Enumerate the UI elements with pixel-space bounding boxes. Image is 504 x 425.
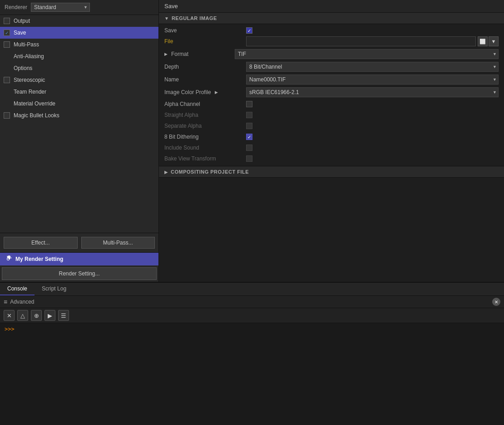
multi-pass-button[interactable]: Multi-Pass... (81, 237, 155, 249)
anti-aliasing-label: Anti-Aliasing (14, 53, 44, 60)
format-expand-arrow[interactable]: ▶ (164, 52, 168, 56)
console-toolbar: ≡ Advanced ✕ (0, 296, 504, 308)
my-render-label: My Render Setting (15, 256, 63, 262)
compositing-label: COMPOSITING PROJECT FILE (171, 169, 249, 175)
renderer-select-wrapper: Standard ▼ (31, 3, 90, 12)
name-value-wrapper: Name0000.TIF ▼ (246, 75, 499, 85)
depth-row: Depth 8 Bit/Channel ▼ (159, 60, 504, 73)
save-field-label: Save (164, 27, 246, 34)
doc-btn[interactable]: ☰ (58, 310, 69, 321)
output-checkbox[interactable] (4, 18, 10, 24)
sidebar-item-stereoscopic[interactable]: Stereoscopic (0, 74, 158, 86)
bake-view-transform-checkbox[interactable] (246, 155, 252, 162)
gear-icon (5, 255, 12, 263)
clear-btn[interactable]: ✕ (4, 310, 15, 321)
regular-image-label: REGULAR IMAGE (172, 15, 217, 21)
depth-select[interactable]: 8 Bit/Channel (246, 62, 499, 72)
script-btn[interactable]: △ (17, 310, 28, 321)
material-override-label: Material Override (14, 100, 55, 107)
tab-console[interactable]: Console (0, 283, 35, 295)
sidebar-item-options[interactable]: Options (0, 62, 158, 74)
sidebar-item-anti-aliasing[interactable]: Anti-Aliasing (0, 50, 158, 62)
compositing-section: ▶ COMPOSITING PROJECT FILE (159, 166, 504, 178)
console-section: Console Script Log ≡ Advanced ✕ ✕ △ ⊕ ▶ … (0, 282, 504, 425)
sidebar-item-magic-bullet-looks[interactable]: Magic Bullet Looks (0, 110, 158, 121)
file-row: File ⬜ ▼ (159, 35, 504, 48)
bit-dithering-checkbox[interactable] (246, 134, 252, 140)
close-console-button[interactable]: ✕ (492, 298, 500, 306)
stereoscopic-checkbox[interactable] (4, 77, 10, 83)
file-dropdown-btn[interactable]: ▼ (489, 36, 499, 46)
regular-image-content: Save File ⬜ ▼ ▶ Format (159, 24, 504, 166)
bake-view-transform-row: Bake View Transform (159, 153, 504, 164)
save-row: Save (159, 26, 504, 35)
regular-image-chevron: ▼ (164, 16, 169, 21)
team-render-label: Team Render (14, 89, 46, 95)
image-color-select[interactable]: sRGB IEC61966-2.1 (246, 87, 499, 97)
name-label: Name (164, 76, 246, 83)
image-color-expand-arrow[interactable]: ▶ (215, 90, 218, 95)
file-label: File (164, 38, 246, 45)
format-label: Format (171, 51, 235, 57)
format-expand: ▶ Format (164, 51, 235, 57)
file-buttons: ⬜ ▼ (478, 36, 499, 46)
stereoscopic-label: Stereoscopic (14, 77, 45, 83)
alpha-channel-checkbox[interactable] (246, 101, 252, 107)
alpha-channel-row: Alpha Channel (159, 99, 504, 110)
sidebar-item-output[interactable]: Output (0, 15, 158, 27)
image-color-label: Image Color Profile ▶ (164, 89, 246, 95)
magic-bullet-checkbox[interactable] (4, 112, 10, 119)
save-label-nav: Save (14, 30, 26, 36)
straight-alpha-checkbox[interactable] (246, 112, 252, 118)
node-btn[interactable]: ⊕ (31, 310, 42, 321)
name-select[interactable]: Name0000.TIF (246, 75, 499, 85)
file-browse-btn[interactable]: ⬜ (478, 36, 488, 46)
separate-alpha-row: Separate Alpha (159, 120, 504, 131)
run-btn[interactable]: ▶ (44, 310, 55, 321)
effect-button[interactable]: Effect... (4, 237, 78, 249)
separate-alpha-label: Separate Alpha (164, 123, 246, 129)
multi-pass-checkbox[interactable] (4, 41, 10, 48)
console-tabs: Console Script Log (0, 283, 504, 296)
sidebar-item-multi-pass[interactable]: Multi-Pass (0, 39, 158, 50)
image-color-profile-row: Image Color Profile ▶ sRGB IEC61966-2.1 … (159, 86, 504, 99)
console-title-label: Advanced (10, 299, 34, 305)
include-sound-row: Include Sound (159, 142, 504, 153)
render-setting-wrapper: Render Setting... (0, 265, 158, 282)
bake-view-transform-label: Bake View Transform (164, 155, 246, 162)
nav-list: Output Save Multi-Pass Anti-Aliasing Opt… (0, 15, 158, 233)
renderer-select[interactable]: Standard (31, 3, 90, 12)
compositing-chevron: ▶ (164, 170, 168, 175)
image-color-label-text: Image Color Profile (164, 89, 211, 95)
file-input[interactable] (246, 36, 476, 46)
save-checkbox-field[interactable] (246, 27, 252, 34)
left-panel: Renderer Standard ▼ Output Save (0, 0, 159, 282)
my-render-item[interactable]: My Render Setting (0, 253, 158, 265)
console-output: >>> (0, 323, 504, 425)
render-setting-button[interactable]: Render Setting... (2, 267, 157, 280)
options-label: Options (14, 65, 32, 71)
output-label: Output (14, 18, 30, 24)
bit-dithering-row: 8 Bit Dithering (159, 131, 504, 142)
depth-value-wrapper: 8 Bit/Channel ▼ (246, 62, 499, 72)
straight-alpha-row: Straight Alpha (159, 110, 504, 120)
sidebar-item-material-override[interactable]: Material Override (0, 98, 158, 110)
sidebar-item-save[interactable]: Save (0, 27, 158, 39)
separate-alpha-checkbox[interactable] (246, 123, 252, 129)
tab-script-log[interactable]: Script Log (35, 283, 74, 295)
hamburger-icon[interactable]: ≡ (4, 298, 7, 305)
name-row: Name Name0000.TIF ▼ (159, 73, 504, 86)
format-row: ▶ Format TIF ▼ (159, 48, 504, 60)
format-select[interactable]: TIF (235, 49, 499, 59)
regular-image-header[interactable]: ▼ REGULAR IMAGE (159, 13, 504, 24)
panel-title: Save (159, 0, 504, 13)
my-render-section: My Render Setting Render Setting... (0, 252, 158, 282)
bit-dithering-label: 8 Bit Dithering (164, 134, 246, 140)
compositing-header[interactable]: ▶ COMPOSITING PROJECT FILE (159, 166, 504, 178)
renderer-label: Renderer (5, 4, 27, 10)
sidebar-item-team-render[interactable]: Team Render (0, 86, 158, 98)
depth-label: Depth (164, 64, 246, 70)
include-sound-checkbox[interactable] (246, 145, 252, 151)
save-checkbox[interactable] (4, 30, 10, 36)
multi-pass-label: Multi-Pass (14, 41, 39, 48)
